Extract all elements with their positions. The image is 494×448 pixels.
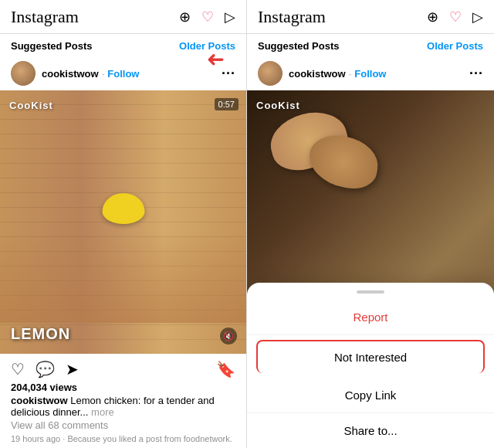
left-avatar-image — [11, 61, 36, 86]
left-video-timer: 0:57 — [215, 98, 239, 110]
right-more-button[interactable]: ··· — [469, 66, 483, 82]
left-comments-link[interactable]: View all 68 comments — [11, 419, 235, 431]
right-avatar[interactable] — [258, 61, 283, 86]
right-add-icon[interactable]: ⊕ — [427, 8, 438, 25]
left-instagram-logo: Instagram — [11, 7, 179, 27]
left-suggested-title: Suggested Posts — [11, 40, 92, 52]
left-add-icon[interactable]: ⊕ — [179, 8, 191, 25]
red-arrow: ➜ — [207, 46, 225, 72]
left-video-container[interactable]: CooKist 0:57 LEMON 🔇 — [0, 90, 246, 354]
right-nav-icons: ⊕ ♡ ▷ — [427, 8, 483, 25]
right-dot-separator: · — [349, 68, 352, 80]
left-post-info: 204,034 views cookistwow Lemon chicken: … — [0, 382, 246, 448]
left-post-time: 19 hours ago — [11, 434, 60, 443]
left-dot-separator: · — [102, 68, 105, 80]
left-comment-icon[interactable]: 💬 — [36, 360, 55, 378]
right-suggested-header: Suggested Posts Older Posts — [247, 34, 494, 56]
left-top-nav: Instagram ⊕ ♡ ▷ — [0, 0, 246, 34]
right-username[interactable]: cookistwow — [289, 68, 346, 80]
right-avatar-image — [258, 61, 283, 86]
left-because-text: Because you liked a post from foodnetwor… — [67, 434, 232, 443]
left-lemon — [102, 193, 144, 224]
right-follow-button[interactable]: Follow — [354, 68, 386, 80]
left-more-link[interactable]: more — [91, 406, 114, 418]
copy-link-button[interactable]: Copy Link — [247, 378, 494, 413]
right-send-icon[interactable]: ▷ — [472, 8, 483, 25]
bottom-sheet: Report Not Interested Copy Link Share to… — [247, 283, 494, 448]
sheet-handle — [357, 290, 384, 294]
left-video-label: LEMON — [11, 325, 70, 343]
left-post-meta: 19 hours ago · Because you liked a post … — [11, 434, 235, 443]
share-to-button[interactable]: Share to... — [247, 413, 494, 448]
left-send-icon[interactable]: ▷ — [225, 8, 235, 25]
right-heart-icon[interactable]: ♡ — [449, 8, 462, 25]
left-bookmark-icon[interactable]: 🔖 — [216, 360, 235, 378]
left-sound-icon[interactable]: 🔇 — [220, 328, 237, 344]
left-video-overlay: CooKist 0:57 LEMON 🔇 — [0, 90, 246, 354]
left-username[interactable]: cookistwow — [42, 68, 99, 80]
left-avatar[interactable] — [11, 61, 36, 86]
right-top-nav: Instagram ⊕ ♡ ▷ — [247, 0, 494, 34]
left-follow-button[interactable]: Follow — [107, 68, 139, 80]
not-interested-wrapper: Not Interested — [247, 335, 494, 378]
right-user-row: cookistwow · Follow ··· — [247, 56, 494, 90]
left-post-actions: ♡ 💬 ➤ 🔖 — [0, 354, 246, 382]
right-panel: Instagram ⊕ ♡ ▷ Suggested Posts Older Po… — [247, 0, 494, 448]
left-caption-username[interactable]: cookistwow — [11, 395, 68, 406]
left-cookist-logo: CooKist — [9, 100, 53, 111]
left-like-icon[interactable]: ♡ — [11, 360, 25, 378]
left-views-count: 204,034 views — [11, 382, 235, 393]
right-suggested-title: Suggested Posts — [258, 40, 339, 52]
left-hands-overlay — [0, 230, 246, 323]
left-post-caption: cookistwow Lemon chicken: for a tender a… — [11, 395, 235, 418]
not-interested-button[interactable]: Not Interested — [256, 340, 485, 373]
right-instagram-logo: Instagram — [258, 7, 427, 27]
left-share-icon[interactable]: ➤ — [66, 360, 79, 378]
right-older-posts-link[interactable]: Older Posts — [427, 40, 483, 52]
left-nav-icons: ⊕ ♡ ▷ — [179, 8, 235, 25]
left-heart-icon[interactable]: ♡ — [201, 8, 214, 25]
report-button[interactable]: Report — [247, 300, 494, 335]
right-cookist-logo: CooKist — [256, 100, 300, 111]
